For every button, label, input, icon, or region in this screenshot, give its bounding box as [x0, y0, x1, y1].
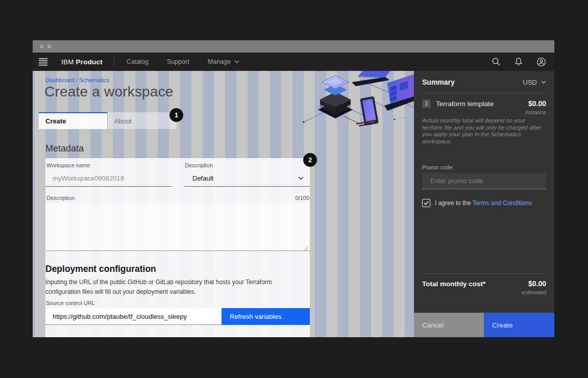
chevron-down-icon: [541, 81, 546, 84]
description-select-value: Default: [192, 174, 298, 182]
line-item-price: $0.00: [528, 99, 546, 108]
browser-window: IBM Product Catalog Support Manage: [33, 40, 554, 337]
create-button[interactable]: Create: [484, 313, 554, 337]
nav-support-label: Support: [167, 58, 189, 65]
desktop-background: IBM Product Catalog Support Manage: [0, 0, 588, 378]
chevron-down-icon: [298, 177, 304, 180]
summary-title: Summary: [422, 78, 523, 86]
total-label: Total monthly cost*: [422, 280, 528, 288]
breadcrumb-schematics[interactable]: Schematics: [79, 77, 109, 83]
primary-nav: Catalog Support Manage: [127, 58, 239, 65]
tab-bar: Create About: [39, 112, 177, 129]
user-avatar-icon[interactable]: [535, 56, 547, 68]
nav-manage-label: Manage: [208, 58, 231, 65]
total-price: $0.00: [528, 280, 546, 288]
menu-icon[interactable]: [39, 55, 55, 69]
summary-divider: [422, 273, 546, 274]
promo-code-input[interactable]: [422, 173, 546, 189]
terms-text: I agree to the Terms and Conditions: [435, 199, 532, 207]
metadata-heading: Metadata: [45, 143, 84, 154]
notification-bell-icon[interactable]: [512, 56, 525, 68]
tab-about[interactable]: About: [108, 112, 177, 129]
source-url-row: Refresh variables: [45, 308, 310, 325]
refresh-variables-button[interactable]: Refresh variables: [222, 308, 310, 325]
nav-support[interactable]: Support: [167, 58, 189, 65]
window-control-dot[interactable]: [47, 45, 51, 48]
tab-create-label: Create: [45, 117, 66, 125]
brand-title[interactable]: IBM Product: [61, 58, 103, 66]
callout-badge-1: 1: [169, 108, 183, 122]
summary-header: Summary USD: [414, 71, 554, 93]
breadcrumb-dashboard[interactable]: Dashboard: [45, 77, 74, 83]
breadcrumb-separator: /: [76, 77, 77, 83]
terms-link[interactable]: Terms and Conditions: [473, 199, 532, 207]
nav-catalog-label: Catalog: [127, 58, 149, 65]
description-textarea[interactable]: [45, 203, 310, 251]
nav-catalog[interactable]: Catalog: [127, 58, 149, 65]
description-select-label: Description: [185, 162, 213, 168]
window-control-dot[interactable]: [40, 45, 43, 48]
summary-line-item: 3 Terraform template $0.00: [422, 99, 546, 108]
character-counter: 0/100: [295, 195, 309, 201]
chevron-down-icon: [234, 60, 239, 63]
line-item-unit: instance: [525, 109, 546, 115]
checkmark-icon: [424, 201, 429, 205]
summary-note: Actual monthly total will depend on your…: [422, 117, 545, 145]
promo-code-label: Promo code: [422, 164, 452, 170]
deployment-description: Inputing the URL of the public GitHub or…: [45, 278, 281, 297]
terms-prefix: I agree to the: [435, 199, 471, 207]
description-select[interactable]: Default: [184, 170, 310, 187]
brand-product: Product: [76, 58, 103, 66]
page-title: Create a workspace: [44, 84, 174, 100]
app-header: IBM Product Catalog Support Manage: [33, 53, 554, 71]
workspace-name-input[interactable]: [45, 170, 172, 187]
total-row: Total monthly cost* $0.00: [422, 280, 546, 288]
header-divider: [114, 58, 114, 66]
workspace-name-label: Workspace name: [46, 162, 90, 168]
nav-manage[interactable]: Manage: [208, 58, 239, 65]
breadcrumb: Dashboard / Schematics: [45, 77, 109, 83]
main-content: Dashboard / Schematics Create a workspac…: [33, 71, 414, 337]
terms-checkbox[interactable]: [422, 199, 430, 207]
header-actions: [490, 56, 547, 68]
line-item-name: Terraform template: [436, 100, 528, 108]
description-textarea-label: Description: [46, 195, 75, 201]
cancel-button[interactable]: Cancel: [414, 313, 484, 337]
search-icon[interactable]: [490, 56, 502, 68]
window-titlebar: [33, 40, 554, 53]
summary-actions: Cancel Create: [414, 313, 554, 337]
currency-selector[interactable]: USD: [523, 79, 546, 86]
currency-value: USD: [523, 79, 537, 86]
tab-create[interactable]: Create: [39, 112, 108, 129]
summary-divider: [422, 93, 546, 93]
source-url-input[interactable]: [45, 308, 222, 325]
tab-about-label: About: [114, 117, 132, 125]
isometric-cloud-illustration: [303, 71, 414, 133]
source-url-label: Source control URL: [46, 300, 95, 306]
deployment-heading: Deployment configuration: [45, 264, 156, 274]
callout-badge-2: 2: [303, 153, 317, 167]
terms-row: I agree to the Terms and Conditions: [422, 199, 532, 207]
brand-prefix: IBM: [61, 58, 74, 66]
create-form-panel: Workspace name Description Default Descr…: [45, 158, 310, 337]
callout-badge-3: 3: [422, 99, 430, 108]
total-unit: estimated: [522, 289, 546, 295]
summary-panel: Summary USD 3 Terraform template $0.00 i…: [414, 71, 554, 337]
